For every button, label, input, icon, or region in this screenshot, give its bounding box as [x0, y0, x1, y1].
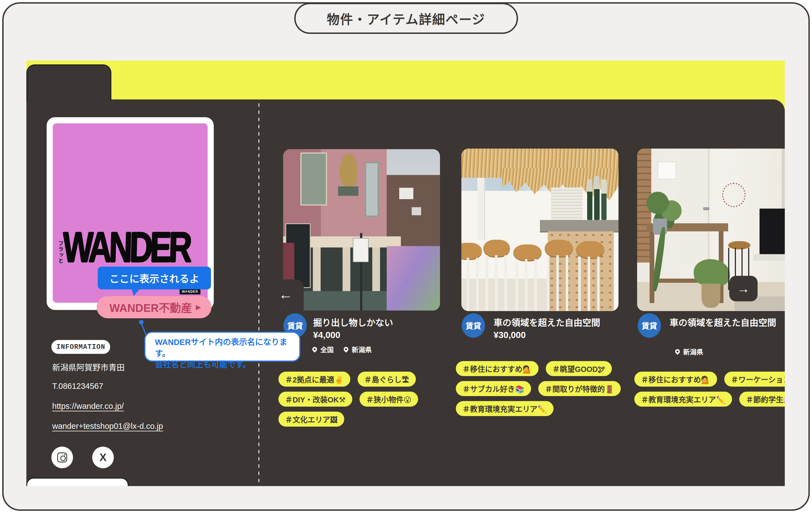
hashtag-pill[interactable]: ＃狭小物件😮: [359, 392, 418, 407]
photo-table-leg-shape: [649, 231, 654, 303]
hashtag-pill[interactable]: ＃教育環境充実エリア✏️: [456, 401, 554, 416]
tag-row: ＃移住におすすめ💁 ＃ワーケーション🧑‍💻: [634, 372, 785, 387]
photo-fern-pot-shape: [701, 284, 720, 308]
hashtag-pill[interactable]: ＃教育環境充実エリア✏️: [634, 392, 732, 407]
photo-counter-shape: [540, 220, 618, 231]
shop-name-label: WANDER不動産: [109, 299, 192, 315]
shop-website-link[interactable]: https://wander.co.jp/: [52, 402, 124, 410]
information-label-pill: INFORMATION: [51, 340, 110, 354]
app-panel: フラッと WANDER WANDER ここに表示されるよ WANDER不動産 ▶…: [26, 61, 785, 486]
shop-email-link[interactable]: wander+testshop01@lx-d.co.jp: [52, 422, 163, 430]
photo-wall-panel-shape: [658, 162, 676, 179]
bottom-sheet-tab[interactable]: [26, 478, 128, 486]
tag-row: ＃文化エリア🖼: [279, 411, 344, 427]
photo-bottle-shape-2: [594, 176, 599, 220]
listing-type-label: 賃貸: [466, 320, 481, 331]
page-title: 物件・アイテム詳細ページ: [327, 9, 485, 28]
carousel-prev-button[interactable]: ←: [272, 284, 299, 305]
listing-type-label: 賃貸: [287, 320, 303, 331]
photo-wreath-shape: [722, 183, 746, 207]
information-label: INFORMATION: [56, 343, 105, 351]
photo-tv-shape: [759, 208, 785, 254]
hashtag-pill[interactable]: ＃文化エリア🖼: [279, 411, 344, 427]
location-pin-icon: [343, 346, 349, 352]
listing-photo-beach-bar[interactable]: [461, 149, 618, 311]
location-item: 全国: [312, 344, 334, 354]
hashtag-pill[interactable]: ＃DIY・改装OK⚒: [279, 392, 352, 407]
logo-wordmark: WANDER: [62, 223, 203, 272]
logo-small-text: WANDER: [180, 289, 200, 294]
listing-price: ¥4,000: [313, 330, 340, 340]
hashtag-pill[interactable]: ＃眺望GOOD🕊: [546, 361, 612, 376]
location-item: 新潟県: [675, 347, 703, 357]
page: 物件・アイテム詳細ページ フラッと WANDER WANDER ここに表示される…: [0, 0, 812, 513]
listing-locations: 全国 新潟県: [312, 344, 372, 354]
listing-title[interactable]: 掘り出し物しかない: [313, 315, 393, 328]
display-name-tooltip-text: ここに表示されるよ: [109, 271, 199, 285]
tag-row: ＃教育環境充実エリア✏️ ＃節約学生📖: [634, 392, 785, 407]
shop-address: 新潟県阿賀野市青田: [52, 361, 125, 373]
sidebar-top-tab: [26, 64, 111, 101]
photo-door-handle-shape: [703, 207, 709, 210]
display-name-tooltip: ここに表示されるよ: [98, 267, 211, 289]
tag-row: ＃2拠点に最適✌️ ＃島ぐらし🏝: [279, 372, 416, 387]
hashtag-pill[interactable]: ＃2拠点に最適✌️: [279, 372, 350, 387]
shop-name-button[interactable]: WANDER不動産 ▶: [96, 296, 211, 318]
photo-window-shape: [365, 162, 379, 217]
listing-title[interactable]: 車の領域を超えた自由空間: [494, 315, 600, 328]
listing-type-badge: 賃貸: [638, 313, 661, 338]
tooltip-tail: [130, 287, 140, 296]
x-button[interactable]: X: [92, 447, 114, 468]
hashtag-pill[interactable]: ＃移住におすすめ💁: [456, 361, 539, 376]
x-icon: X: [99, 452, 106, 463]
hashtag-pill[interactable]: ＃節約学生📖: [739, 392, 785, 407]
photo-bottle-shape: [587, 179, 592, 220]
tag-row: ＃教育環境充実エリア✏️: [456, 401, 554, 416]
shop-phone: T.0861234567: [52, 381, 103, 391]
instagram-icon: [57, 452, 67, 462]
photo-stool-shape-3: [513, 245, 542, 311]
photo-mural-shape: [387, 246, 440, 311]
location-pin-icon: [674, 348, 681, 355]
photo-deer-sign-shape: [340, 154, 357, 186]
photo-bucks-head-board-shape: [338, 187, 358, 196]
hashtag-pill[interactable]: ＃間取りが特徴的🚪: [538, 381, 621, 396]
location-item: 新潟県: [344, 344, 372, 354]
arrow-right-icon: →: [737, 281, 750, 296]
hashtag-pill[interactable]: ＃移住におすすめ💁: [634, 372, 717, 387]
arrow-left-icon: ←: [279, 286, 293, 303]
tag-row: ＃移住におすすめ💁 ＃眺望GOOD🕊: [456, 361, 612, 376]
chevron-right-icon: ▶: [196, 303, 201, 311]
photo-stool-shape-2: [483, 240, 510, 311]
hashtag-pill[interactable]: ＃ワーケーション🧑‍💻: [724, 372, 785, 387]
photo-pixelart-shape-2: [412, 207, 421, 215]
listing-price: ¥30,000: [494, 330, 526, 340]
listing-photo-interior[interactable]: [637, 149, 785, 311]
photo-stool-shape-5: [576, 241, 604, 311]
listing-locations: 新潟県: [675, 347, 703, 357]
carousel-next-button[interactable]: →: [729, 276, 758, 301]
photo-stool-shape: [461, 243, 482, 311]
photo-truman-sign-shape: [300, 152, 327, 206]
hashtag-pill[interactable]: ＃島ぐらし🏝: [357, 372, 416, 387]
location-pin-icon: [311, 346, 318, 352]
tag-row: ＃サブカル好き📚 ＃間取りが特徴的🚪: [456, 381, 621, 396]
hashtag-pill[interactable]: ＃サブカル好き📚: [456, 381, 531, 396]
photo-bottle-shape-3: [601, 179, 607, 220]
listing-type-badge: 賃貸: [462, 313, 485, 338]
note-bubble: WANDERサイト内の表示名になります。 会社名と同上も可能です。: [144, 332, 300, 362]
vertical-dashed-divider: [258, 103, 259, 484]
photo-stool-shape-4: [545, 240, 573, 311]
listing-title[interactable]: 車の領域を超えた自由空間: [670, 315, 776, 328]
instagram-button[interactable]: [51, 447, 73, 468]
photo-tv-stand-shape: [753, 254, 785, 260]
photo-zone-sign-shape: [353, 238, 369, 262]
listing-type-label: 賃貸: [642, 320, 657, 331]
note-bubble-line1: WANDERサイト内の表示名になります。: [155, 337, 299, 359]
listing-photo-pub[interactable]: [283, 149, 440, 311]
note-bubble-line2: 会社名と同上も可能です。: [155, 359, 299, 371]
photo-pixelart-shape: [399, 188, 413, 199]
photo-shutter-window-shape: [551, 188, 582, 223]
page-title-pill: 物件・アイテム詳細ページ: [294, 3, 518, 34]
tag-row: ＃DIY・改装OK⚒ ＃狭小物件😮: [279, 392, 418, 407]
